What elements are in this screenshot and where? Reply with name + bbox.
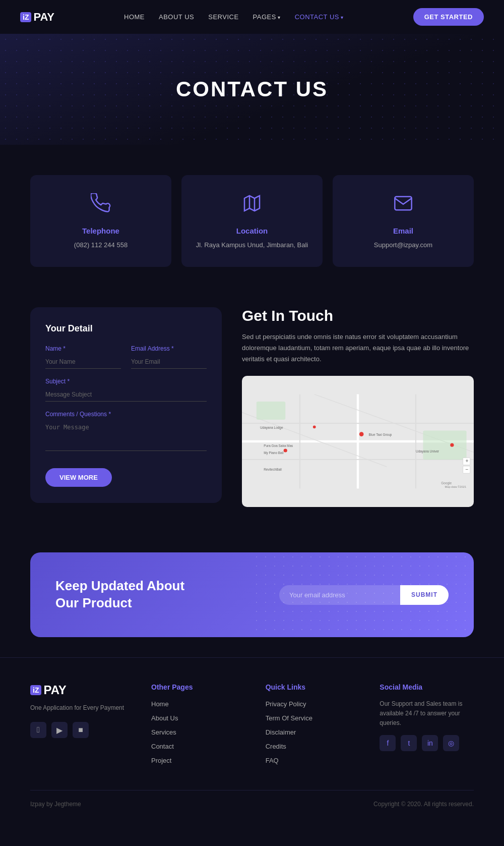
nav-service[interactable]: SERVICE [208,13,238,21]
footer-quick-links: Quick Links Privacy Policy Term Of Servi… [266,683,360,770]
logo-text: PAY [33,11,54,24]
logo-box: iZ [20,12,31,22]
svg-text:RevitechBall: RevitechBall [264,468,282,471]
linkedin-icon[interactable]: in [422,735,438,751]
get-in-touch-title: Get In Touch [242,307,474,324]
facebook-icon[interactable]: f [380,735,396,751]
footer-credit: Izpay by Jegtheme [30,801,81,808]
svg-point-23 [450,443,454,447]
svg-text:Pura Goa Saka Mas: Pura Goa Saka Mas [264,444,293,447]
newsletter-title: Keep Updated About Our Product [55,578,186,612]
comments-label: Comments / Questions * [45,411,207,418]
name-input[interactable] [45,355,121,369]
newsletter-submit-button[interactable]: SUBMIT [400,585,449,605]
svg-rect-13 [423,431,466,460]
comments-group: Comments / Questions * [45,411,207,451]
location-card: Location Jl. Raya Kampus Unud, Jimbaran,… [181,175,323,267]
nav-links: HOME ABOUT US SERVICE PAGES CONTACT US [124,13,344,21]
footer-social: Social Media Our Support and Sales team … [380,683,474,770]
email-title: Email [393,227,413,235]
apple-badge[interactable]:  [30,722,46,738]
store-badge[interactable]: ■ [73,722,89,738]
newsletter-form: SUBMIT [279,585,449,605]
telephone-sub: (082) 112 244 558 [74,241,128,249]
form-map-section: Your Detail Name * Email Address * Subje… [0,287,504,537]
hero-section: CONTACT US [0,34,504,145]
quick-links-heading: Quick Links [266,683,360,691]
map-side: Get In Touch Sed ut perspiciatis unde om… [242,307,474,507]
subject-label: Subject * [45,378,207,385]
instagram-icon[interactable]: ◎ [443,735,459,751]
name-group: Name * [45,345,121,369]
footer-link-privacy[interactable]: Privacy Policy [266,700,306,708]
svg-text:Blue Taxi Group: Blue Taxi Group [369,433,392,437]
svg-text:Google: Google [441,481,452,485]
hero-title: CONTACT US [166,47,338,132]
phone-icon [91,193,111,217]
email-input[interactable] [131,355,207,369]
svg-text:My Piano Bali: My Piano Bali [264,451,283,455]
map-placeholder: Udayana Lodge Blue Taxi Group Pura Goa S… [242,376,474,507]
svg-point-22 [313,426,316,429]
footer-link-about[interactable]: About Us [151,714,178,722]
comments-input[interactable] [45,421,207,451]
get-in-touch-desc: Sed ut perspiciatis unde omnis iste natu… [242,331,474,365]
svg-text:−: − [465,467,468,472]
contact-cards: Telephone (082) 112 244 558 Location Jl.… [30,175,474,267]
svg-rect-12 [257,402,286,420]
footer-copyright: Copyright © 2020. All rights reserved. [373,801,474,808]
footer-logo: iZ PAY [30,683,131,697]
newsletter-box: Keep Updated About Our Product SUBMIT [30,552,474,637]
nav-pages[interactable]: PAGES [253,13,281,21]
footer-link-credits[interactable]: Credits [266,743,286,750]
social-media-desc: Our Support and Sales team is available … [380,699,474,728]
footer-link-disclaimer[interactable]: Disclaimer [266,728,296,736]
contact-cards-section: Telephone (082) 112 244 558 Location Jl.… [0,145,504,287]
twitter-icon[interactable]: t [401,735,417,751]
footer-link-contact[interactable]: Contact [151,743,174,750]
svg-text:Udayana Univer: Udayana Univer [416,449,439,454]
form-panel: Your Detail Name * Email Address * Subje… [30,307,222,503]
footer-link-terms[interactable]: Term Of Service [266,714,312,722]
map-icon [242,193,262,217]
footer-bottom: Izpay by Jegtheme Copyright © 2020. All … [30,790,474,808]
email-sub: Support@izpay.com [374,241,432,249]
footer-link-services[interactable]: Services [151,728,176,736]
footer-other-pages: Other Pages Home About Us Services Conta… [151,683,245,770]
view-more-button[interactable]: VIEW MORE [45,468,112,487]
footer-link-faq[interactable]: FAQ [266,757,279,764]
svg-point-21 [284,449,287,453]
footer: iZ PAY One Application for Every Payment… [0,657,504,818]
footer-brand: iZ PAY One Application for Every Payment… [30,683,131,770]
footer-link-project[interactable]: Project [151,757,171,764]
logo: iZ PAY [20,11,54,24]
footer-top: iZ PAY One Application for Every Payment… [30,683,474,770]
location-title: Location [236,227,268,235]
social-media-heading: Social Media [380,683,474,691]
newsletter-email-input[interactable] [279,585,400,605]
footer-link-home[interactable]: Home [151,700,169,708]
subject-input[interactable] [45,388,207,402]
newsletter-section: Keep Updated About Our Product SUBMIT [0,537,504,657]
footer-logo-box: iZ [30,685,41,695]
navbar: iZ PAY HOME ABOUT US SERVICE PAGES CONTA… [0,0,504,34]
footer-tagline: One Application for Every Payment [30,703,131,713]
footer-logo-text: PAY [43,683,66,697]
nav-about[interactable]: ABOUT US [159,13,194,21]
email-icon [393,193,413,217]
telephone-card: Telephone (082) 112 244 558 [30,175,171,267]
get-started-button[interactable]: GET STARTED [413,8,484,26]
subject-group: Subject * [45,378,207,402]
telephone-title: Telephone [82,227,119,235]
svg-text:Map data ©2021: Map data ©2021 [445,485,467,488]
svg-text:+: + [465,459,468,464]
location-sub: Jl. Raya Kampus Unud, Jimbaran, Bali [196,241,308,249]
svg-point-20 [359,432,364,437]
form-title: Your Detail [45,323,207,334]
nav-home[interactable]: HOME [124,13,145,21]
app-badges:  ▶ ■ [30,722,131,738]
android-badge[interactable]: ▶ [51,722,68,738]
name-label: Name * [45,345,121,352]
svg-text:Udayana Lodge: Udayana Lodge [260,426,283,430]
nav-contact[interactable]: CONTACT US [295,13,344,21]
